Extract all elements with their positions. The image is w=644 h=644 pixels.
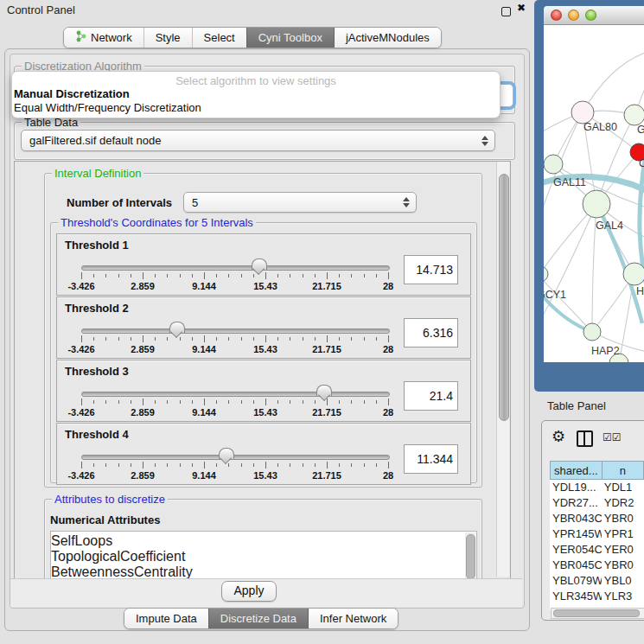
- checkboxes-icon[interactable]: ☑☑: [603, 431, 622, 443]
- cell-shared-name[interactable]: YBR045C: [550, 558, 602, 573]
- top-tabs: NetworkStyleSelectCyni ToolboxjActiveMNo…: [63, 27, 442, 48]
- dropdown-prompt: Select algorithm to view settings: [12, 74, 500, 87]
- node-gcy1[interactable]: [544, 266, 548, 282]
- slider-tick-labels: -3.4262.8599.14415.4321.71528: [81, 344, 388, 354]
- close-icon[interactable]: ✖: [517, 2, 526, 14]
- cell-shared-name[interactable]: YLR345W: [550, 589, 602, 604]
- gear-icon[interactable]: ⚙: [552, 428, 565, 445]
- node-hap2[interactable]: [583, 323, 601, 341]
- node-partial-right[interactable]: [623, 263, 644, 285]
- threshold-slider[interactable]: -3.4262.8599.14415.4321.71528: [81, 448, 388, 481]
- node-label: GCY1: [544, 289, 566, 301]
- network-canvas[interactable]: GAL80 G C GAL11 GAL4 GCY1 H HAP2: [544, 25, 644, 362]
- attributes-list[interactable]: SelfLoopsTopologicalCoefficientBetweenne…: [50, 531, 477, 579]
- cell-name[interactable]: YDR2: [602, 495, 644, 511]
- algorithm-dropdown: Select algorithm to view settings Manual…: [11, 71, 501, 118]
- dropdown-option-manual[interactable]: Manual Discretization: [14, 87, 130, 100]
- cell-shared-name[interactable]: YDL19...: [550, 480, 602, 495]
- float-window-icon[interactable]: [501, 7, 511, 16]
- attribute-item[interactable]: TopologicalCoefficient: [51, 549, 476, 564]
- threshold-label: Threshold 1: [65, 239, 129, 252]
- table-row[interactable]: YBL079WYBL0: [550, 573, 644, 589]
- settings-scrollbar[interactable]: [496, 162, 509, 577]
- apply-button[interactable]: Apply: [221, 581, 277, 602]
- cell-name[interactable]: YBR0: [602, 558, 644, 573]
- cell-name[interactable]: YDL1: [602, 480, 644, 495]
- slider-track[interactable]: [81, 328, 390, 334]
- table-row[interactable]: YDL19...YDL1: [550, 480, 644, 495]
- cell-name[interactable]: YLR3: [602, 589, 644, 604]
- tab-impute-data[interactable]: Impute Data: [124, 609, 208, 628]
- cell-shared-name[interactable]: YPR145W: [550, 526, 602, 542]
- dropdown-option-equalwidth[interactable]: Equal Width/Frequency Discretization: [14, 101, 201, 114]
- cell-shared-name[interactable]: YBR043C: [550, 511, 602, 526]
- threshold-slider[interactable]: -3.4262.8599.14415.4321.71528: [81, 322, 388, 354]
- table-row[interactable]: YBR045CYBR0: [550, 558, 644, 573]
- cell-name[interactable]: YBR0: [602, 511, 644, 526]
- table-hscrollbar[interactable]: [551, 608, 644, 619]
- cell-shared-name[interactable]: YBL079W: [550, 573, 602, 589]
- cell-name[interactable]: YPR1: [602, 526, 644, 542]
- slider-thumb[interactable]: [252, 258, 267, 270]
- tab-label: Infer Network: [320, 612, 386, 625]
- table-rows: YDL19...YDL1YDR27...YDR2YBR043CYBR0YPR14…: [550, 480, 644, 610]
- tab-label: Style: [156, 31, 181, 44]
- table-row[interactable]: YBR043CYBR0: [550, 511, 644, 526]
- threshold-value-box[interactable]: 6.316: [404, 318, 458, 348]
- threshold-value-box[interactable]: 11.344: [404, 444, 458, 474]
- slider-tick-labels: -3.4262.8599.14415.4321.71528: [81, 407, 388, 418]
- columns-icon[interactable]: [577, 430, 593, 447]
- zoom-green-icon[interactable]: [585, 10, 596, 21]
- threshold-value-box[interactable]: 21.4: [404, 381, 458, 411]
- bottom-tabs: Impute DataDiscretize DataInfer Network: [124, 608, 399, 629]
- attributes-list-scrollbar[interactable]: [465, 532, 475, 579]
- threshold-slider[interactable]: -3.4262.8599.14415.4321.71528: [81, 258, 388, 291]
- node-label: C: [639, 157, 644, 169]
- slider-track[interactable]: [81, 265, 390, 271]
- combo-stepper-icon: [403, 197, 410, 207]
- cell-name[interactable]: YER0: [602, 542, 644, 558]
- node-table[interactable]: shared... n YDL19...YDL1YDR27...YDR2YBR0…: [550, 461, 644, 610]
- number-of-intervals-combo[interactable]: 5: [183, 192, 417, 213]
- table-header-row[interactable]: shared... n: [550, 461, 644, 480]
- table-row[interactable]: YDR27...YDR2: [550, 495, 644, 511]
- slider-thumb[interactable]: [316, 385, 332, 396]
- node-gal11[interactable]: [544, 155, 563, 174]
- slider-tick-labels: -3.4262.8599.14415.4321.71528: [81, 470, 388, 481]
- table-row[interactable]: YPR145WYPR1: [550, 526, 644, 542]
- scrollbar-thumb[interactable]: [499, 174, 509, 421]
- cell-name[interactable]: YBL0: [602, 573, 644, 589]
- close-red-icon[interactable]: [551, 10, 562, 21]
- table-row[interactable]: YER054CYER0: [550, 542, 644, 558]
- column-header-name[interactable]: n: [602, 461, 644, 480]
- node-partial-top[interactable]: [624, 105, 644, 125]
- threshold-panel: Threshold 2 -3.4262.8599.14415.4321.7152…: [56, 296, 471, 359]
- cell-shared-name[interactable]: YDR27...: [550, 495, 602, 511]
- slider-thumb[interactable]: [169, 322, 185, 333]
- slider-ticks: [81, 462, 388, 469]
- table-row[interactable]: YLR345WYLR3: [550, 589, 644, 604]
- network-window-titlebar[interactable]: [544, 6, 644, 25]
- slider-thumb[interactable]: [219, 448, 234, 459]
- tab-select[interactable]: Select: [192, 28, 246, 48]
- tab-infer-network[interactable]: Infer Network: [308, 609, 398, 628]
- interval-groupbox: Interval Definition Number of Intervals …: [44, 173, 482, 488]
- minimize-yellow-icon[interactable]: [568, 10, 579, 21]
- node-gal4[interactable]: [583, 190, 610, 218]
- tab-network[interactable]: Network: [64, 28, 143, 48]
- threshold-value-box[interactable]: 14.713: [404, 255, 458, 284]
- attribute-item[interactable]: SelfLoops: [51, 533, 476, 549]
- table-data-combo[interactable]: galFiltered.sif default node: [21, 130, 495, 151]
- hscrollbar-thumb[interactable]: [553, 609, 640, 617]
- tab-cyni-toolbox[interactable]: Cyni Toolbox: [246, 28, 334, 48]
- threshold-slider[interactable]: -3.4262.8599.14415.4321.71528: [81, 385, 388, 418]
- tab-discretize-data[interactable]: Discretize Data: [208, 609, 308, 628]
- slider-track[interactable]: [81, 455, 390, 460]
- cell-shared-name[interactable]: YER054C: [550, 542, 602, 558]
- column-header-shared[interactable]: shared...: [550, 461, 602, 480]
- tab-jactivemnodules[interactable]: jActiveMNodules: [334, 28, 441, 48]
- tab-style[interactable]: Style: [143, 28, 192, 48]
- attribute-item[interactable]: BetweennessCentrality: [51, 564, 476, 579]
- settings-scrollpane: Interval Definition Number of Intervals …: [14, 161, 511, 579]
- slider-track[interactable]: [81, 392, 390, 397]
